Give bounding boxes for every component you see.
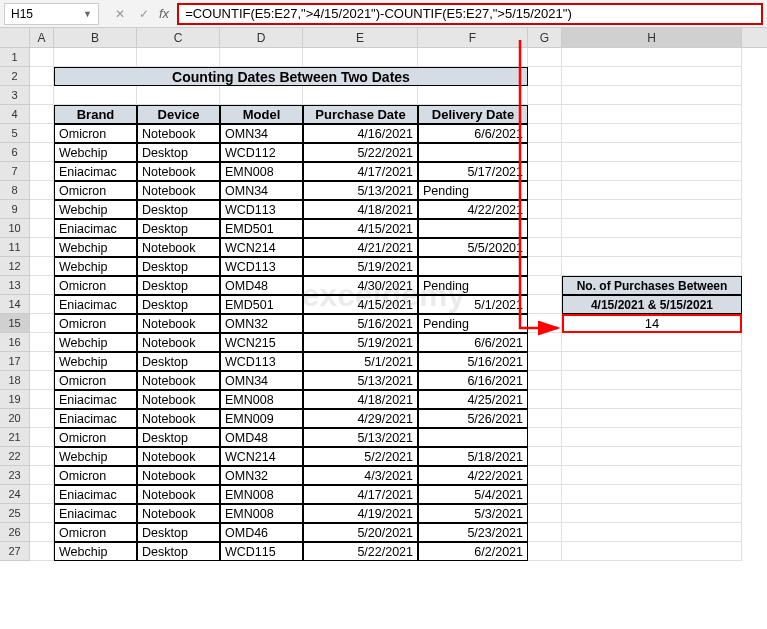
data-delivery[interactable]: 6/6/2021 xyxy=(418,333,528,352)
cell[interactable] xyxy=(562,390,742,409)
data-brand[interactable]: Omicron xyxy=(54,371,137,390)
data-device[interactable]: Desktop xyxy=(137,257,220,276)
data-model[interactable]: WCD113 xyxy=(220,257,303,276)
data-brand[interactable]: Omicron xyxy=(54,466,137,485)
data-brand[interactable]: Eniacimac xyxy=(54,390,137,409)
data-purchase[interactable]: 4/21/2021 xyxy=(303,238,418,257)
col-header-h[interactable]: H xyxy=(562,28,742,47)
cell[interactable] xyxy=(528,504,562,523)
data-model[interactable]: OMN32 xyxy=(220,466,303,485)
data-device[interactable]: Notebook xyxy=(137,504,220,523)
row-header[interactable]: 27 xyxy=(0,542,30,561)
cell[interactable] xyxy=(30,219,54,238)
data-brand[interactable]: Omicron xyxy=(54,124,137,143)
data-brand[interactable]: Eniacimac xyxy=(54,219,137,238)
cell[interactable] xyxy=(528,48,562,67)
cell[interactable] xyxy=(562,200,742,219)
cell[interactable] xyxy=(562,124,742,143)
data-model[interactable]: OMN34 xyxy=(220,371,303,390)
data-model[interactable]: OMD48 xyxy=(220,428,303,447)
data-brand[interactable]: Eniacimac xyxy=(54,485,137,504)
header-delivery[interactable]: Delivery Date xyxy=(418,105,528,124)
cell[interactable] xyxy=(562,466,742,485)
data-purchase[interactable]: 4/29/2021 xyxy=(303,409,418,428)
data-brand[interactable]: Omicron xyxy=(54,181,137,200)
data-delivery[interactable]: 5/23/2021 xyxy=(418,523,528,542)
data-device[interactable]: Desktop xyxy=(137,219,220,238)
result-value[interactable]: 14 xyxy=(562,314,742,333)
cell[interactable] xyxy=(30,67,54,86)
data-brand[interactable]: Webchip xyxy=(54,143,137,162)
cell[interactable] xyxy=(562,181,742,200)
data-purchase[interactable]: 5/13/2021 xyxy=(303,181,418,200)
cell[interactable] xyxy=(30,523,54,542)
data-model[interactable]: OMN34 xyxy=(220,124,303,143)
col-header-f[interactable]: F xyxy=(418,28,528,47)
data-device[interactable]: Notebook xyxy=(137,409,220,428)
col-header-d[interactable]: D xyxy=(220,28,303,47)
row-header[interactable]: 23 xyxy=(0,466,30,485)
cell[interactable] xyxy=(54,86,137,105)
cell[interactable] xyxy=(30,238,54,257)
title-cell[interactable]: Counting Dates Between Two Dates xyxy=(54,67,528,86)
data-brand[interactable]: Webchip xyxy=(54,257,137,276)
data-delivery[interactable]: 5/26/2021 xyxy=(418,409,528,428)
cell[interactable] xyxy=(528,124,562,143)
cell[interactable] xyxy=(528,67,562,86)
data-model[interactable]: EMN008 xyxy=(220,485,303,504)
data-device[interactable]: Notebook xyxy=(137,238,220,257)
data-purchase[interactable]: 5/19/2021 xyxy=(303,333,418,352)
row-header[interactable]: 21 xyxy=(0,428,30,447)
cell[interactable] xyxy=(30,257,54,276)
cancel-icon[interactable]: ✕ xyxy=(111,5,129,23)
cell[interactable] xyxy=(528,219,562,238)
data-purchase[interactable]: 5/16/2021 xyxy=(303,314,418,333)
row-header[interactable]: 7 xyxy=(0,162,30,181)
data-brand[interactable]: Webchip xyxy=(54,333,137,352)
data-delivery[interactable]: 6/2/2021 xyxy=(418,542,528,561)
row-header[interactable]: 6 xyxy=(0,143,30,162)
cell[interactable] xyxy=(562,162,742,181)
data-purchase[interactable]: 5/19/2021 xyxy=(303,257,418,276)
data-device[interactable]: Notebook xyxy=(137,485,220,504)
data-device[interactable]: Desktop xyxy=(137,428,220,447)
cell[interactable] xyxy=(562,447,742,466)
data-model[interactable]: WCD115 xyxy=(220,542,303,561)
data-device[interactable]: Desktop xyxy=(137,352,220,371)
data-purchase[interactable]: 5/13/2021 xyxy=(303,371,418,390)
cell[interactable] xyxy=(30,86,54,105)
data-delivery[interactable]: 5/1/2021 xyxy=(418,295,528,314)
cell[interactable] xyxy=(30,276,54,295)
cell[interactable] xyxy=(30,162,54,181)
cell[interactable] xyxy=(30,542,54,561)
cell[interactable] xyxy=(303,86,418,105)
data-delivery[interactable]: Pending xyxy=(418,314,528,333)
cell[interactable] xyxy=(562,542,742,561)
data-purchase[interactable]: 4/18/2021 xyxy=(303,390,418,409)
data-purchase[interactable]: 4/17/2021 xyxy=(303,485,418,504)
data-brand[interactable]: Eniacimac xyxy=(54,162,137,181)
cell[interactable] xyxy=(528,333,562,352)
data-delivery[interactable]: 5/4/2021 xyxy=(418,485,528,504)
data-delivery[interactable]: 5/18/2021 xyxy=(418,447,528,466)
data-device[interactable]: Desktop xyxy=(137,276,220,295)
row-header[interactable]: 11 xyxy=(0,238,30,257)
cell[interactable] xyxy=(30,466,54,485)
data-brand[interactable]: Omicron xyxy=(54,428,137,447)
data-model[interactable]: WCD113 xyxy=(220,352,303,371)
chevron-down-icon[interactable]: ▼ xyxy=(83,9,92,19)
col-header-b[interactable]: B xyxy=(54,28,137,47)
cell[interactable] xyxy=(562,67,742,86)
cell[interactable] xyxy=(528,447,562,466)
cell[interactable] xyxy=(528,314,562,333)
cell[interactable] xyxy=(562,86,742,105)
data-delivery[interactable]: 5/3/2021 xyxy=(418,504,528,523)
data-device[interactable]: Desktop xyxy=(137,200,220,219)
data-model[interactable]: OMD46 xyxy=(220,523,303,542)
data-purchase[interactable]: 5/13/2021 xyxy=(303,428,418,447)
data-model[interactable]: WCD113 xyxy=(220,200,303,219)
data-purchase[interactable]: 5/22/2021 xyxy=(303,542,418,561)
data-purchase[interactable]: 4/15/2021 xyxy=(303,295,418,314)
data-device[interactable]: Notebook xyxy=(137,390,220,409)
data-brand[interactable]: Omicron xyxy=(54,523,137,542)
